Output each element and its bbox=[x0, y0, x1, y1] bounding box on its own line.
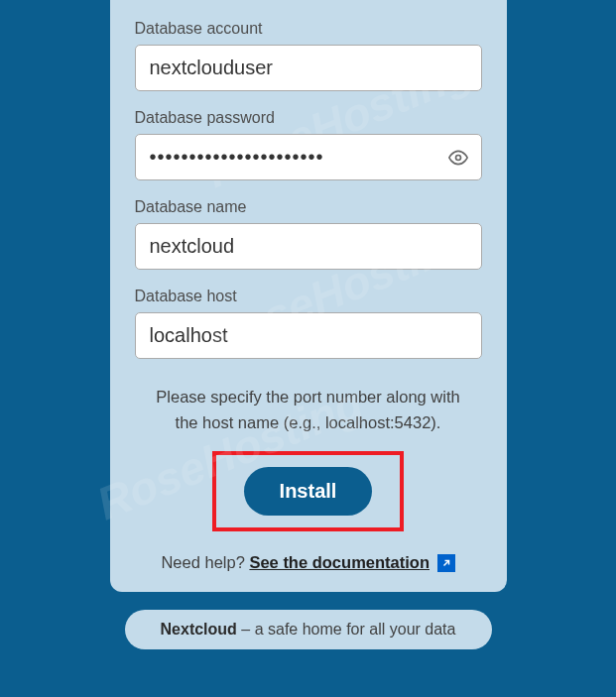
documentation-link[interactable]: See the documentation bbox=[249, 553, 430, 571]
button-row: Install bbox=[135, 451, 482, 531]
password-wrapper bbox=[135, 134, 482, 180]
help-prefix: Need help? bbox=[161, 553, 249, 571]
install-highlight-box: Install bbox=[212, 451, 405, 531]
external-link-icon[interactable] bbox=[437, 554, 455, 572]
db-name-group: Database name bbox=[135, 198, 482, 270]
db-account-label: Database account bbox=[135, 20, 482, 38]
db-host-input[interactable] bbox=[135, 312, 482, 359]
host-hint: Please specify the port number along wit… bbox=[135, 384, 482, 436]
setup-panel: Database account Database password Datab… bbox=[110, 0, 507, 592]
db-password-label: Database password bbox=[135, 109, 482, 127]
footer-pill: Nextcloud – a safe home for all your dat… bbox=[125, 610, 492, 649]
db-password-input[interactable] bbox=[135, 134, 482, 180]
install-button[interactable]: Install bbox=[244, 467, 373, 516]
db-account-input[interactable] bbox=[135, 45, 482, 91]
svg-point-0 bbox=[455, 155, 460, 160]
brand-name: Nextcloud bbox=[161, 621, 237, 638]
db-name-input[interactable] bbox=[135, 223, 482, 270]
eye-icon[interactable] bbox=[448, 148, 468, 168]
db-password-group: Database password bbox=[135, 109, 482, 180]
db-host-label: Database host bbox=[135, 288, 482, 305]
db-host-group: Database host bbox=[135, 288, 482, 359]
db-account-group: Database account bbox=[135, 20, 482, 91]
db-name-label: Database name bbox=[135, 198, 482, 216]
tagline-text: – a safe home for all your data bbox=[237, 621, 456, 638]
help-line: Need help? See the documentation bbox=[135, 553, 482, 573]
